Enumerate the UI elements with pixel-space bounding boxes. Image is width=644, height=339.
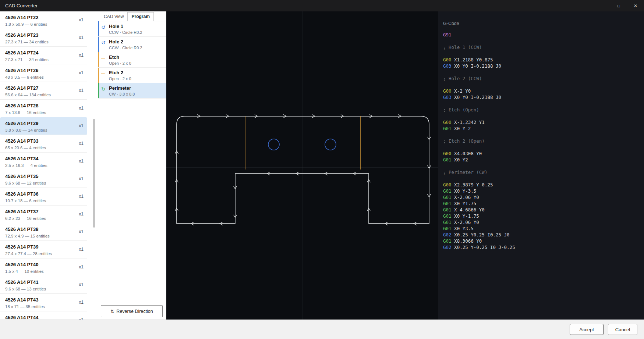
part-meta: 27.3 x 71 — 34 entities xyxy=(5,40,87,44)
part-list-item[interactable]: 4526 A14 PT33 x1 65 x 20.6 — 4 entities xyxy=(0,135,87,153)
operation-name: Etch 2 xyxy=(109,70,166,75)
gcode-line: G00 X1.2188 Y0.875 xyxy=(443,57,644,63)
part-list-item[interactable]: 4526 A14 PT24 x1 27.3 x 71 — 34 entities xyxy=(0,47,87,64)
part-list-item[interactable]: 4526 A14 PT40 x1 1.5 x 4 — 10 entities xyxy=(0,258,87,276)
operation-direction-icon: ─ xyxy=(101,56,105,61)
part-list-item[interactable]: 4526 A14 PT44 x1 xyxy=(0,311,87,320)
operation-name: Etch xyxy=(109,54,166,60)
part-list-item[interactable]: 4526 A14 PT23 x1 27.3 x 71 — 34 entities xyxy=(0,29,87,47)
program-panel: CAD View Program ↺ Hole 1 CCW · Circle R… xyxy=(98,11,166,320)
part-quantity: x1 xyxy=(79,194,84,199)
gcode-header: G-Code xyxy=(443,21,644,26)
sidebar-scrollbar[interactable] xyxy=(93,119,95,228)
operation-list-item[interactable]: ─ Etch Open · 2 x 0 xyxy=(98,52,166,68)
part-name: 4526 A14 PT34 xyxy=(5,156,39,161)
cad-canvas[interactable] xyxy=(166,11,438,320)
gcode-line: G01 X0 Y3.5 xyxy=(443,225,644,232)
part-list-item[interactable]: 4526 A14 PT39 x1 27.4 x 77.4 — 28 entiti… xyxy=(0,241,87,258)
part-quantity: x1 xyxy=(79,282,84,287)
part-meta: 10.7 x 18 — 6 entities xyxy=(5,199,87,203)
part-name: 4526 A14 PT23 xyxy=(5,32,39,38)
part-name: 4526 A14 PT22 xyxy=(5,15,39,20)
part-meta: 9.6 x 68 — 12 entities xyxy=(5,181,87,185)
operation-direction-icon: ↻ xyxy=(101,86,106,92)
gcode-panel[interactable]: G-Code G91 ; Hole 1 (CCW) G00 X1.2188 Y0… xyxy=(438,11,644,320)
gcode-line: G03 X0 Y0 I-0.2188 J0 xyxy=(443,63,644,69)
part-list: 4526 A14 PT22 x1 1.8 x 50.9 — 6 entities… xyxy=(0,11,98,320)
tab-program[interactable]: Program xyxy=(127,12,153,21)
part-name: 4526 A14 PT44 xyxy=(5,315,39,320)
part-quantity: x1 xyxy=(79,158,84,164)
part-list-item[interactable]: 4526 A14 PT34 x1 2.5 x 16.3 — 4 entities xyxy=(0,153,87,170)
part-quantity: x1 xyxy=(79,229,84,234)
part-name: 4526 A14 PT38 xyxy=(5,226,39,232)
part-quantity: x1 xyxy=(79,176,84,181)
gcode-line xyxy=(443,82,644,88)
canvas-axes xyxy=(166,11,438,320)
minimize-icon[interactable]: ─ xyxy=(593,0,610,11)
part-list-item[interactable]: 4526 A14 PT35 x1 9.6 x 68 — 12 entities xyxy=(0,170,87,188)
cancel-button[interactable]: Cancel xyxy=(608,324,637,335)
part-name: 4526 A14 PT29 xyxy=(5,121,39,126)
gcode-line: G03 X0 Y0 I-0.2188 J0 xyxy=(443,94,644,100)
operation-name: Hole 1 xyxy=(109,24,166,29)
gcode-line xyxy=(443,100,644,107)
part-meta: 27.4 x 77.4 — 28 entities xyxy=(5,251,87,256)
cad-drawing xyxy=(166,11,438,320)
close-icon[interactable]: ✕ xyxy=(627,0,644,11)
gcode-line xyxy=(443,175,644,182)
part-list-item[interactable]: 4526 A14 PT28 x1 7 x 13.6 — 16 entities xyxy=(0,100,87,117)
operation-meta: CCW · Circle R0.2 xyxy=(109,30,166,35)
part-quantity: x1 xyxy=(79,247,84,252)
part-meta: 9.6 x 68 — 13 entities xyxy=(5,287,87,291)
operation-meta: Open · 2 x 0 xyxy=(109,76,166,81)
part-list-item[interactable]: 4526 A14 PT43 x1 18 x 71 — 35 entities xyxy=(0,294,87,311)
part-name: 4526 A14 PT33 xyxy=(5,138,39,144)
accept-button[interactable]: Accept xyxy=(570,324,604,335)
gcode-line: ; Etch (Open) xyxy=(443,107,644,113)
gcode-line: ; Etch 2 (Open) xyxy=(443,138,644,144)
part-list-item[interactable]: 4526 A14 PT26 x1 48 x 3.5 — 6 entities xyxy=(0,64,87,82)
part-name: 4526 A14 PT28 xyxy=(5,103,39,108)
tab-cad-view[interactable]: CAD View xyxy=(100,13,127,21)
part-list-item[interactable]: 4526 A14 PT36 x1 10.7 x 18 — 6 entities xyxy=(0,188,87,206)
reverse-direction-button[interactable]: ⇅ Reverse Direction xyxy=(101,305,163,317)
part-quantity: x1 xyxy=(79,300,84,305)
operation-list-item[interactable]: ↺ Hole 2 CCW · Circle R0.2 xyxy=(98,37,166,52)
gcode-line: G01 X0 Y-2 xyxy=(443,125,644,132)
operation-direction-icon: ↺ xyxy=(101,25,106,30)
direction-arrows xyxy=(175,115,431,225)
part-name: 4526 A14 PT41 xyxy=(5,279,39,285)
part-list-item[interactable]: 4526 A14 PT22 x1 1.8 x 50.9 — 6 entities xyxy=(0,11,87,29)
gcode-line: G01 X0 Y-3.5 xyxy=(443,188,644,194)
operation-list-item[interactable]: ↺ Hole 1 CCW · Circle R0.2 xyxy=(98,21,166,37)
part-list-item[interactable]: 4526 A14 PT27 x1 56.6 x 64 — 134 entitie… xyxy=(0,82,87,100)
operation-accent-bar xyxy=(98,83,99,98)
gcode-line: ; Hole 1 (CCW) xyxy=(443,44,644,50)
part-list-item[interactable]: 4526 A14 PT37 x1 6.2 x 23 — 16 entities xyxy=(0,206,87,223)
maximize-icon[interactable]: □ xyxy=(610,0,627,11)
reverse-direction-label: Reverse Direction xyxy=(116,309,153,314)
part-list-item[interactable]: 4526 A14 PT41 x1 9.6 x 68 — 13 entities xyxy=(0,276,87,294)
perimeter-outline xyxy=(177,116,429,224)
operation-list-item[interactable]: ─ Etch 2 Open · 2 x 0 xyxy=(98,68,166,83)
part-meta: 1.8 x 50.9 — 6 entities xyxy=(5,22,87,26)
part-meta: 65 x 20.6 — 4 entities xyxy=(5,146,87,150)
operation-direction-icon: ─ xyxy=(101,71,105,76)
gcode-line xyxy=(443,132,644,138)
etch-lines xyxy=(245,116,360,170)
part-quantity: x1 xyxy=(79,88,84,93)
part-list-item[interactable]: 4526 A14 PT29 x1 3.8 x 8.8 — 14 entities xyxy=(0,117,87,135)
part-meta: 18 x 71 — 35 entities xyxy=(5,304,87,309)
operation-list: ↺ Hole 1 CCW · Circle R0.2 ↺ Hole 2 CCW … xyxy=(98,21,166,99)
part-name: 4526 A14 PT37 xyxy=(5,209,39,214)
part-quantity: x1 xyxy=(79,70,84,75)
part-name: 4526 A14 PT40 xyxy=(5,262,39,267)
operation-meta: CW · 3.8 x 8.8 xyxy=(109,92,166,96)
part-list-item[interactable]: 4526 A14 PT38 x1 72.9 x 4.9 — 15 entitie… xyxy=(0,223,87,241)
window-controls: ─ □ ✕ xyxy=(593,0,644,11)
operation-meta: Open · 2 x 0 xyxy=(109,61,166,65)
gcode-line: G01 X0 Y1.75 xyxy=(443,200,644,207)
operation-list-item[interactable]: ↻ Perimeter CW · 3.8 x 8.8 xyxy=(98,83,166,99)
gcode-line: G01 X0 Y-1.75 xyxy=(443,213,644,219)
